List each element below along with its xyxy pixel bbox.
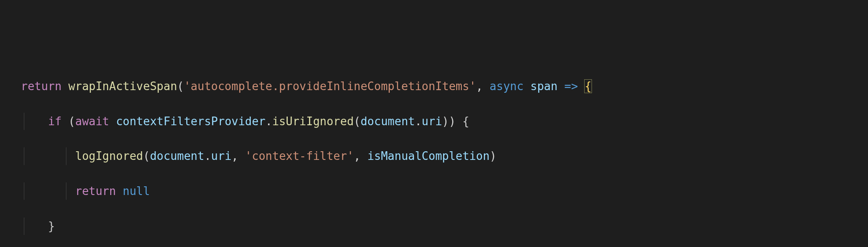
space (116, 185, 123, 198)
null-literal: null (123, 185, 150, 198)
paren-open: ( (177, 80, 184, 93)
brace-close: } (48, 220, 55, 233)
space (456, 115, 463, 128)
brace-open: { (463, 115, 470, 128)
keyword-if: if (48, 115, 62, 128)
variable: isManualCompletion (367, 150, 490, 162)
paren-close: ) (449, 115, 456, 128)
indent-guide (24, 218, 24, 235)
variable: document (150, 150, 204, 162)
indent (21, 115, 48, 128)
indent-guide (24, 182, 24, 200)
keyword-return: return (21, 80, 62, 93)
paren-open: ( (354, 115, 361, 128)
space (62, 115, 69, 128)
code-line-3[interactable]: logIgnored(document.uri, 'context-filter… (0, 147, 868, 165)
paren-open: ( (69, 115, 76, 128)
comma: , (231, 150, 245, 162)
space (523, 80, 530, 93)
code-line-1[interactable]: return wrapInActiveSpan('autocomplete.pr… (0, 78, 868, 95)
indent (21, 220, 48, 233)
brace-open-matched: { (584, 79, 592, 93)
string-literal: 'autocomplete.provideInlineCompletionIte… (184, 80, 476, 93)
space (62, 80, 69, 93)
variable: contextFiltersProvider (116, 115, 265, 128)
keyword-return: return (75, 185, 116, 198)
keyword-async: async (490, 80, 523, 93)
space (578, 80, 585, 93)
indent-guide (66, 182, 66, 200)
indent-guide (66, 147, 66, 165)
code-line-4[interactable]: return null (0, 182, 868, 200)
indent (21, 185, 75, 198)
string-literal: 'context-filter' (245, 150, 354, 162)
indent-guide (24, 147, 24, 165)
comma: , (476, 80, 490, 93)
property: uri (211, 150, 231, 162)
paren-open: ( (143, 150, 150, 162)
function-call: logIgnored (75, 150, 143, 162)
space (558, 80, 565, 93)
keyword-await: await (75, 115, 109, 128)
indent-guide (24, 113, 24, 130)
parameter: span (530, 80, 558, 93)
space (109, 115, 116, 128)
paren-close: ) (490, 150, 496, 162)
comma: , (354, 150, 367, 162)
variable: document (361, 115, 415, 128)
dot: . (204, 150, 211, 162)
indent (21, 150, 75, 162)
property: uri (422, 115, 442, 128)
function-call: wrapInActiveSpan (69, 80, 177, 93)
code-line-2[interactable]: if (await contextFiltersProvider.isUriIg… (0, 113, 868, 130)
dot: . (266, 115, 273, 128)
method-call: isUriIgnored (272, 115, 354, 128)
paren-close: ) (442, 115, 449, 128)
code-line-5[interactable]: } (0, 218, 868, 235)
arrow-token: => (564, 80, 578, 93)
dot: . (415, 115, 422, 128)
